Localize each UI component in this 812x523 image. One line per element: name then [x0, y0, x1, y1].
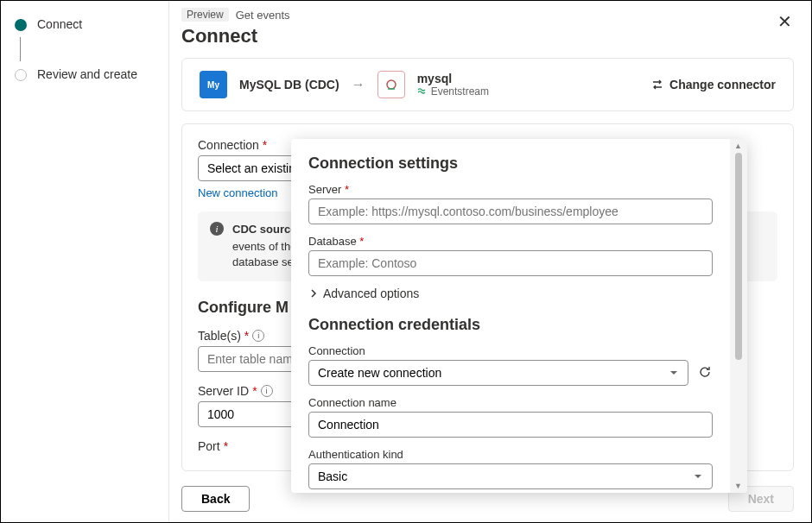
chevron-right-icon	[308, 288, 319, 299]
popover-connection-label: Connection	[308, 344, 713, 357]
refresh-icon[interactable]	[697, 364, 713, 382]
eventstream-icon	[377, 71, 405, 98]
dest-connector-name: mysql	[417, 72, 489, 85]
connection-settings-popover: Connection settings Server * Database * …	[291, 139, 747, 493]
connection-name-input[interactable]	[308, 412, 713, 438]
scroll-down-icon[interactable]: ▼	[734, 482, 742, 490]
step-review-create[interactable]: Review and create	[10, 61, 160, 87]
wizard-sidebar: Connect Review and create	[1, 1, 169, 522]
step-connect[interactable]: Connect	[10, 11, 160, 37]
auth-kind-label: Authentication kind	[308, 448, 713, 461]
breadcrumb-text: Get events	[236, 9, 290, 22]
step-label: Review and create	[37, 66, 137, 82]
popover-creds-title: Connection credentials	[308, 316, 713, 334]
server-input[interactable]	[308, 198, 713, 224]
close-icon[interactable]: ✕	[777, 11, 792, 32]
step-bullet-icon	[15, 69, 27, 81]
dest-connector-sub: Eventstream	[417, 85, 489, 98]
mysql-icon: My	[200, 71, 227, 98]
database-field-label: Database *	[308, 235, 713, 248]
step-connector-line	[20, 37, 21, 61]
new-connection-link[interactable]: New connection	[198, 186, 278, 199]
source-connector-name: MySQL DB (CDC)	[239, 78, 339, 91]
arrow-right-icon: →	[352, 77, 365, 92]
database-input[interactable]	[308, 250, 713, 276]
swap-icon	[650, 78, 664, 91]
scroll-thumb[interactable]	[735, 153, 742, 360]
advanced-options-toggle[interactable]: Advanced options	[308, 287, 713, 300]
server-field-label: Server *	[308, 183, 713, 196]
change-connector-button[interactable]: Change connector	[650, 78, 776, 91]
back-button[interactable]: Back	[181, 486, 250, 512]
svg-point-0	[387, 80, 396, 89]
popover-scrollbar[interactable]: ▲ ▼	[730, 139, 747, 493]
info-icon[interactable]: i	[252, 330, 264, 342]
connection-dropdown[interactable]: Create new connection	[308, 360, 688, 386]
step-bullet-icon	[15, 19, 27, 31]
info-icon: i	[210, 222, 224, 236]
popover-settings-title: Connection settings	[308, 154, 713, 173]
step-label: Connect	[37, 16, 82, 32]
connector-summary-card: My MySQL DB (CDC) → mysql Eventstream Ch…	[181, 58, 794, 111]
preview-badge: Preview	[181, 8, 229, 22]
breadcrumb: Preview Get events	[181, 8, 794, 22]
auth-kind-dropdown[interactable]: Basic	[308, 463, 713, 489]
connection-name-label: Connection name	[308, 396, 713, 409]
scroll-up-icon[interactable]: ▲	[734, 142, 742, 150]
stream-icon	[417, 86, 428, 97]
page-title: Connect	[181, 25, 794, 47]
info-icon[interactable]: i	[261, 385, 273, 397]
